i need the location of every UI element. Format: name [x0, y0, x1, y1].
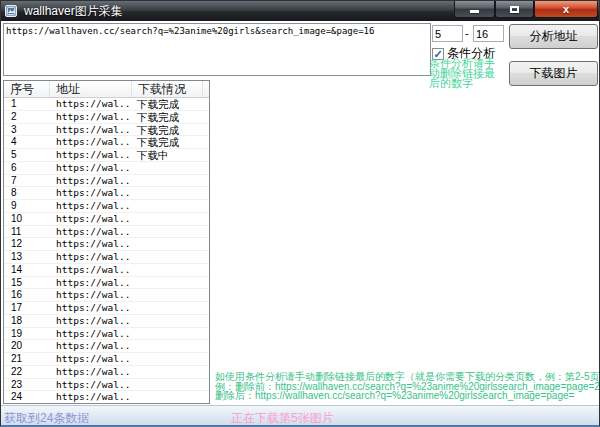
cell-status — [132, 391, 203, 403]
cell-status — [132, 187, 203, 199]
column-header-filler — [203, 81, 210, 97]
table-row[interactable]: 18 https://wal... — [4, 315, 209, 328]
cell-url: https://wal... — [50, 315, 132, 327]
table-row[interactable]: 5 https://wal... 下载中 — [4, 149, 209, 162]
download-images-button[interactable]: 下载图片 — [509, 61, 598, 86]
table-row[interactable]: 2 https://wal... 下载完成 — [4, 111, 209, 124]
minimize-icon — [470, 10, 479, 13]
table-row[interactable]: 15 https://wal... — [4, 277, 209, 290]
column-header-no[interactable]: 序号 — [4, 81, 50, 97]
cell-no: 3 — [4, 124, 50, 136]
cell-no: 12 — [4, 238, 50, 250]
analyze-address-button[interactable]: 分析地址 — [509, 24, 598, 49]
cell-filler — [203, 111, 209, 123]
table-row[interactable]: 14 https://wal... — [4, 264, 209, 277]
status-bar: 获取到24条数据 正在下载第5张图片 — [1, 405, 599, 426]
usage-instructions: 如使用条件分析请手动删除链接最后的数字（就是你需要下载的分类页数，例：第2-5页… — [215, 372, 599, 401]
table-row[interactable]: 13 https://wal... — [4, 251, 209, 264]
app-icon — [5, 4, 19, 18]
table-row[interactable]: 7 https://wal... — [4, 175, 209, 188]
condition-note: 条件分析请手动删除链接最后的数字 — [429, 58, 503, 88]
cell-url: https://wal... — [50, 391, 132, 403]
cell-no: 1 — [4, 98, 50, 110]
table-row[interactable]: 10 https://wal... — [4, 213, 209, 226]
cell-url: https://wal... — [50, 353, 132, 365]
cell-filler — [203, 353, 209, 365]
cell-filler — [203, 315, 209, 327]
cell-status — [132, 213, 203, 225]
cell-status — [132, 226, 203, 238]
cell-no: 11 — [4, 226, 50, 238]
table-row[interactable]: 9 https://wal... — [4, 200, 209, 213]
cell-no: 23 — [4, 379, 50, 391]
window-title: wallhaver图片采集 — [24, 3, 123, 20]
cell-url: https://wal... — [50, 200, 132, 212]
table-row[interactable]: 21 https://wal... — [4, 353, 209, 366]
table-row[interactable]: 6 https://wal... — [4, 162, 209, 175]
cell-filler — [203, 213, 209, 225]
table-row[interactable]: 4 https://wal... 下载完成 — [4, 136, 209, 149]
table-row[interactable]: 24 https://wal... — [4, 391, 209, 404]
cell-no: 20 — [4, 340, 50, 352]
cell-filler — [203, 136, 209, 148]
cell-no: 5 — [4, 149, 50, 161]
url-input[interactable]: https://wallhaven.cc/search?q=%23anime%2… — [3, 23, 431, 76]
cell-url: https://wal... — [50, 124, 132, 136]
cell-status — [132, 328, 203, 340]
cell-filler — [203, 238, 209, 250]
minimize-button[interactable] — [454, 1, 495, 18]
cell-filler — [203, 226, 209, 238]
cell-filler — [203, 264, 209, 276]
table-row[interactable]: 20 https://wal... — [4, 340, 209, 353]
maximize-button[interactable] — [495, 1, 534, 18]
title-bar[interactable]: wallhaver图片采集 x — [1, 1, 599, 21]
column-header-status[interactable]: 下载情况 — [132, 81, 203, 97]
table-body: 1 https://wal... 下载完成 2 https://wal... 下… — [4, 98, 209, 404]
cell-no: 16 — [4, 289, 50, 301]
table-row[interactable]: 23 https://wal... — [4, 379, 209, 392]
cell-url: https://wal... — [50, 162, 132, 174]
download-table: 序号 地址 下载情况 1 https://wal... 下载完成 2 https… — [3, 80, 210, 404]
column-header-url[interactable]: 地址 — [50, 81, 132, 97]
table-row[interactable]: 19 https://wal... — [4, 328, 209, 341]
cell-url: https://wal... — [50, 213, 132, 225]
cell-url: https://wal... — [50, 277, 132, 289]
cell-no: 22 — [4, 366, 50, 378]
table-row[interactable]: 17 https://wal... — [4, 302, 209, 315]
page-from-input[interactable] — [432, 25, 463, 42]
cell-filler — [203, 328, 209, 340]
cell-url: https://wal... — [50, 340, 132, 352]
cell-url: https://wal... — [50, 111, 132, 123]
cell-url: https://wal... — [50, 226, 132, 238]
status-record-count: 获取到24条数据 — [4, 410, 89, 427]
cell-url: https://wal... — [50, 328, 132, 340]
cell-url: https://wal... — [50, 289, 132, 301]
cell-no: 10 — [4, 213, 50, 225]
page-to-input[interactable] — [473, 25, 504, 42]
cell-filler — [203, 379, 209, 391]
table-row[interactable]: 12 https://wal... — [4, 238, 209, 251]
cell-url: https://wal... — [50, 251, 132, 263]
cell-filler — [203, 289, 209, 301]
cell-status — [132, 200, 203, 212]
close-button[interactable]: x — [534, 1, 598, 18]
maximize-icon — [510, 6, 519, 13]
table-row[interactable]: 22 https://wal... — [4, 366, 209, 379]
cell-no: 2 — [4, 111, 50, 123]
cell-no: 24 — [4, 391, 50, 403]
table-row[interactable]: 1 https://wal... 下载完成 — [4, 98, 209, 111]
table-row[interactable]: 8 https://wal... — [4, 187, 209, 200]
table-row[interactable]: 11 https://wal... — [4, 226, 209, 239]
cell-no: 18 — [4, 315, 50, 327]
cell-url: https://wal... — [50, 238, 132, 250]
cell-status — [132, 162, 203, 174]
cell-filler — [203, 98, 209, 110]
cell-filler — [203, 391, 209, 403]
cell-filler — [203, 200, 209, 212]
cell-no: 8 — [4, 187, 50, 199]
cell-status — [132, 366, 203, 378]
table-row[interactable]: 3 https://wal... 下载完成 — [4, 124, 209, 137]
cell-no: 17 — [4, 302, 50, 314]
cell-no: 15 — [4, 277, 50, 289]
table-row[interactable]: 16 https://wal... — [4, 289, 209, 302]
